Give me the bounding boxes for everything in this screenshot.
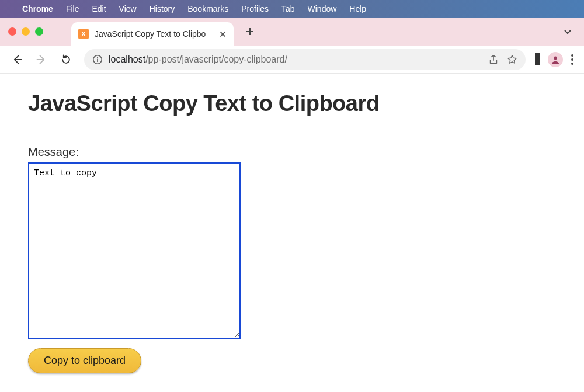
menubar-item-profiles[interactable]: Profiles [241,4,269,13]
new-tab-button[interactable] [242,23,258,40]
reload-button[interactable] [56,50,76,70]
chrome-tabstrip: X JavaScript Copy Text to Clipbo [0,18,584,46]
message-textarea[interactable] [28,162,241,339]
svg-point-1 [97,57,98,58]
menubar-item-tab[interactable]: Tab [281,4,295,13]
address-bar[interactable]: localhost/pp-post/javascript/copy-clipbo… [84,49,526,70]
window-close-button[interactable] [8,27,16,36]
window-maximize-button[interactable] [35,27,43,36]
menubar-item-file[interactable]: File [66,4,79,13]
menubar-item-help[interactable]: Help [349,4,366,13]
back-button[interactable] [7,50,27,70]
tab-favicon-icon: X [78,29,89,39]
url-host: localhost [109,54,145,65]
page-viewport: JavaScript Copy Text to Clipboard Messag… [0,74,584,391]
macos-menubar: Chrome File Edit View History Bookmarks … [0,0,584,18]
message-label: Message: [28,145,556,159]
window-minimize-button[interactable] [22,27,30,36]
url-path: /pp-post/javascript/copy-clipboard/ [145,54,287,65]
tab-title: JavaScript Copy Text to Clipbo [95,29,213,39]
tab-close-icon[interactable] [219,30,227,38]
profile-avatar-icon[interactable] [548,52,563,67]
side-panel-icon[interactable] [537,54,540,65]
browser-tab[interactable]: X JavaScript Copy Text to Clipbo [71,22,234,46]
site-info-icon[interactable] [92,54,103,65]
svg-rect-2 [97,58,98,61]
copy-to-clipboard-button[interactable]: Copy to clipboard [28,348,141,373]
share-icon[interactable] [488,54,499,65]
menubar-item-edit[interactable]: Edit [92,4,106,13]
chrome-toolbar: localhost/pp-post/javascript/copy-clipbo… [0,46,584,74]
menubar-item-bookmarks[interactable]: Bookmarks [187,4,228,13]
menubar-app-name[interactable]: Chrome [22,4,53,13]
menubar-item-window[interactable]: Window [308,4,337,13]
chrome-menu-icon[interactable] [571,54,573,65]
window-controls [8,27,43,36]
svg-point-3 [554,56,557,60]
page-title: JavaScript Copy Text to Clipboard [28,91,556,116]
menubar-item-history[interactable]: History [150,4,175,13]
tabs-dropdown-icon[interactable] [563,27,572,36]
bookmark-star-icon[interactable] [507,54,517,65]
forward-button[interactable] [32,50,51,70]
menubar-item-view[interactable]: View [119,4,137,13]
